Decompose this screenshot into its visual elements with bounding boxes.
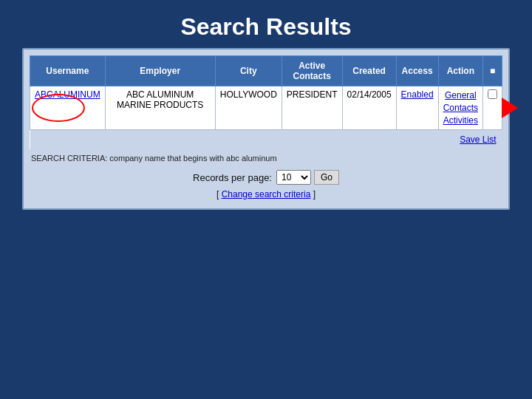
content-box: Username Employer City ActiveContacts Cr… bbox=[22, 48, 510, 210]
col-header-created: Created bbox=[342, 56, 396, 86]
username-cell: ABCALUMINUM bbox=[30, 86, 106, 130]
save-list-row: Save List bbox=[30, 130, 502, 150]
username-link[interactable]: ABCALUMINUM bbox=[35, 89, 100, 100]
change-criteria-link[interactable]: Change search criteria bbox=[222, 189, 311, 200]
results-table: Username Employer City ActiveContacts Cr… bbox=[30, 55, 502, 149]
col-header-city: City bbox=[215, 56, 282, 86]
created-cell: 02/14/2005 bbox=[342, 86, 396, 130]
table-row: ABCALUMINUM ABC ALUMINUM MARINE PRODUCTS… bbox=[30, 86, 502, 130]
active-contacts-cell: PRESIDENT bbox=[282, 86, 342, 130]
page-title: Search Results bbox=[180, 13, 351, 41]
per-page-select[interactable]: 10 25 50 100 bbox=[276, 170, 311, 185]
col-header-action: Action bbox=[438, 56, 482, 86]
change-criteria-prefix: [ bbox=[216, 189, 222, 200]
search-criteria: SEARCH CRITERIA: company name that begin… bbox=[31, 154, 502, 163]
pagination-row: Records per page: 10 25 50 100 Go bbox=[30, 170, 502, 185]
action-cell: General Contacts Activities bbox=[438, 86, 482, 130]
change-criteria-row: [ Change search criteria ] bbox=[30, 189, 502, 200]
city-cell: HOLLYWOOD bbox=[215, 86, 282, 130]
contacts-action-link[interactable]: Contacts bbox=[443, 102, 478, 115]
row-checkbox-cell bbox=[483, 86, 502, 130]
go-button[interactable]: Go bbox=[314, 170, 339, 185]
access-link[interactable]: Enabled bbox=[401, 89, 434, 100]
col-header-checkbox: ■ bbox=[483, 56, 502, 86]
general-action-link[interactable]: General bbox=[443, 89, 478, 102]
col-header-username: Username bbox=[30, 56, 106, 86]
row-checkbox[interactable] bbox=[488, 89, 497, 99]
save-list-cell: Save List bbox=[30, 130, 502, 150]
employer-cell: ABC ALUMINUM MARINE PRODUCTS bbox=[105, 86, 215, 130]
col-header-active-contacts: ActiveContacts bbox=[282, 56, 342, 86]
change-criteria-suffix: ] bbox=[310, 189, 316, 200]
activities-action-link[interactable]: Activities bbox=[443, 115, 478, 127]
save-list-link[interactable]: Save List bbox=[460, 134, 496, 145]
col-header-employer: Employer bbox=[105, 56, 215, 86]
pagination-label: Records per page: bbox=[193, 172, 272, 183]
access-cell: Enabled bbox=[396, 86, 438, 130]
col-header-access: Access bbox=[396, 56, 438, 86]
